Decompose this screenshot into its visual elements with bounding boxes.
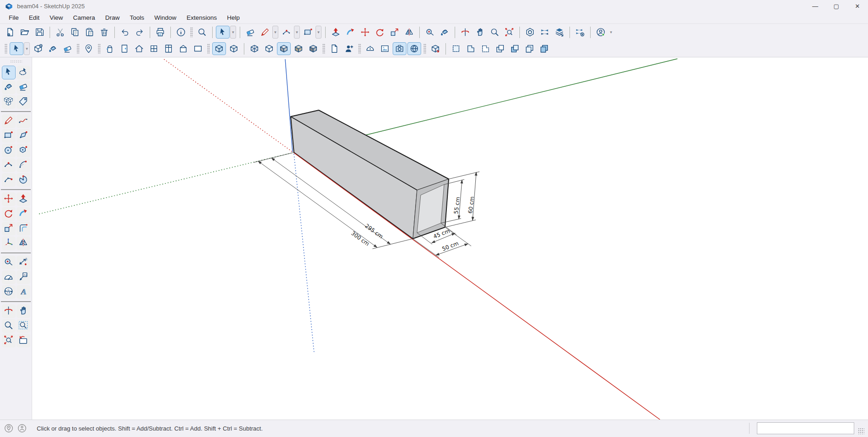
box-hidden-line-button[interactable] bbox=[262, 42, 276, 55]
lasso-tool-button[interactable] bbox=[17, 66, 30, 79]
model-layers-button[interactable] bbox=[552, 26, 566, 39]
box-monochrome-button[interactable] bbox=[306, 42, 320, 55]
stacked-box-filled-button[interactable] bbox=[537, 42, 551, 55]
toolbar-grip[interactable] bbox=[190, 27, 193, 37]
open-folder-button[interactable] bbox=[18, 26, 32, 39]
two-point-arc-button[interactable] bbox=[280, 26, 293, 39]
person-add-button[interactable] bbox=[342, 42, 356, 55]
warehouse-share-button[interactable] bbox=[538, 26, 552, 39]
paste-clipboard-button[interactable] bbox=[83, 26, 96, 39]
dim-label-55[interactable]: 55 cm bbox=[453, 196, 461, 214]
make-component-button[interactable] bbox=[31, 42, 45, 55]
save-button[interactable] bbox=[33, 26, 46, 39]
toolbar-grip[interactable] bbox=[322, 44, 325, 54]
tag-tool-button[interactable] bbox=[17, 95, 30, 109]
move-arrows-button[interactable] bbox=[358, 26, 372, 39]
location-pin-button[interactable] bbox=[82, 42, 96, 55]
dim-label-300[interactable]: 300 cm bbox=[350, 230, 371, 247]
dim-label-60[interactable]: 60 cm bbox=[467, 196, 475, 214]
roof-button[interactable] bbox=[132, 42, 146, 55]
window-resize-grip[interactable] bbox=[858, 428, 864, 434]
protractor-tool-button[interactable] bbox=[2, 270, 16, 284]
pan-hand-button[interactable] bbox=[473, 26, 487, 39]
window-frame-button[interactable] bbox=[147, 42, 161, 55]
orbit-button[interactable] bbox=[458, 26, 472, 39]
minimize-button[interactable]: — bbox=[805, 0, 826, 12]
scale-box-button[interactable] bbox=[388, 26, 401, 39]
select-cursor-button[interactable] bbox=[10, 42, 23, 55]
box-xray-button[interactable] bbox=[212, 42, 226, 55]
toolbar-grip[interactable] bbox=[5, 44, 7, 54]
toolbar-grip[interactable] bbox=[207, 44, 210, 54]
select-cursor-dropdown-button[interactable]: ▼ bbox=[230, 26, 236, 39]
flip-triangles-tool-button[interactable] bbox=[17, 236, 30, 250]
globe-scene-button[interactable] bbox=[407, 42, 421, 55]
flip-triangles-button[interactable] bbox=[402, 26, 416, 39]
photo-camera-button[interactable] bbox=[393, 42, 406, 55]
menu-draw[interactable]: Draw bbox=[100, 13, 125, 22]
box-shaded-button[interactable] bbox=[277, 42, 291, 55]
components-tool-button[interactable] bbox=[2, 95, 16, 109]
two-point-arc-dropdown-button[interactable]: ▼ bbox=[294, 26, 300, 39]
model-viewport[interactable]: 295 cm 300 cm 45 cm 50 cm 55 cm 60 cm bbox=[32, 57, 868, 420]
page-blank-button[interactable] bbox=[327, 42, 341, 55]
tape-measure-button[interactable] bbox=[423, 26, 437, 39]
paint-bucket-button[interactable] bbox=[46, 42, 60, 55]
toolbar-grip[interactable] bbox=[423, 44, 426, 54]
rectangle-shape-dropdown-button[interactable]: ▼ bbox=[316, 26, 321, 39]
rotate-arrows-tool-button[interactable] bbox=[2, 207, 16, 221]
toolbar-grip[interactable] bbox=[77, 44, 79, 54]
tape-measure-tool-button[interactable] bbox=[2, 256, 16, 269]
maximize-button[interactable]: ▢ bbox=[826, 0, 847, 12]
select-cursor-button[interactable] bbox=[216, 26, 230, 39]
new-file-button[interactable] bbox=[3, 26, 17, 39]
dim-label-295[interactable]: 295 cm bbox=[364, 223, 384, 240]
shed-button[interactable] bbox=[176, 42, 190, 55]
double-box-filled-button[interactable] bbox=[508, 42, 522, 55]
select-cursor-tool-button[interactable] bbox=[2, 66, 16, 79]
box-back-edges-button[interactable] bbox=[227, 42, 241, 55]
photo-frame-button[interactable] bbox=[378, 42, 392, 55]
scale-box-tool-button[interactable] bbox=[2, 222, 16, 235]
line-pencil-dropdown-button[interactable]: ▼ bbox=[272, 26, 278, 39]
menu-edit[interactable]: Edit bbox=[24, 13, 45, 22]
circle-shape-tool-button[interactable] bbox=[2, 144, 16, 157]
arc-tool-button[interactable] bbox=[17, 158, 30, 172]
rectangle-outline-button[interactable] bbox=[191, 42, 205, 55]
offset-tool-button[interactable] bbox=[17, 222, 30, 235]
orbit-tool-button[interactable] bbox=[2, 304, 16, 318]
stacked-box-button[interactable] bbox=[523, 42, 536, 55]
line-pencil-tool-button[interactable] bbox=[2, 114, 16, 128]
rectangle-shape-tool-button[interactable] bbox=[2, 129, 16, 143]
extension-warehouse-button[interactable] bbox=[523, 26, 537, 39]
push-pull-button[interactable] bbox=[329, 26, 343, 39]
beam-model[interactable] bbox=[291, 110, 449, 239]
dim-label-50[interactable]: 50 cm bbox=[441, 240, 460, 252]
copy-button[interactable] bbox=[68, 26, 82, 39]
toolbar-grip[interactable] bbox=[358, 44, 361, 54]
polygon-shape-tool-button[interactable] bbox=[17, 144, 30, 157]
menu-camera[interactable]: Camera bbox=[68, 13, 100, 22]
two-point-arc-tool-button[interactable] bbox=[2, 158, 16, 172]
zoom-magnifier-button[interactable] bbox=[488, 26, 502, 39]
search-magnifier-button[interactable] bbox=[195, 26, 209, 39]
text-label-tool-button[interactable]: A1 bbox=[17, 270, 30, 284]
eraser-tool-button[interactable] bbox=[17, 80, 30, 94]
rotate-arrows-button[interactable] bbox=[373, 26, 387, 39]
pie-tool-button[interactable] bbox=[17, 173, 30, 187]
follow-me-tool-button[interactable] bbox=[17, 207, 30, 221]
menu-file[interactable]: File bbox=[4, 13, 24, 22]
account-avatar-button[interactable] bbox=[594, 26, 608, 39]
freehand-tool-button[interactable] bbox=[17, 114, 30, 128]
dome-view-button[interactable] bbox=[363, 42, 377, 55]
menu-window[interactable]: Window bbox=[149, 13, 181, 22]
door-button[interactable] bbox=[118, 42, 131, 55]
measurements-input[interactable] bbox=[757, 422, 854, 434]
cut-scissors-button[interactable] bbox=[53, 26, 67, 39]
model-info-button[interactable] bbox=[174, 26, 188, 39]
previous-view-tool-button[interactable] bbox=[17, 334, 30, 347]
account-avatar-dropdown-button[interactable]: ▼ bbox=[608, 26, 614, 39]
zoom-extents-button[interactable] bbox=[502, 26, 516, 39]
select-cursor-dropdown-button[interactable]: ▼ bbox=[24, 42, 30, 55]
eraser-button[interactable] bbox=[61, 42, 74, 55]
